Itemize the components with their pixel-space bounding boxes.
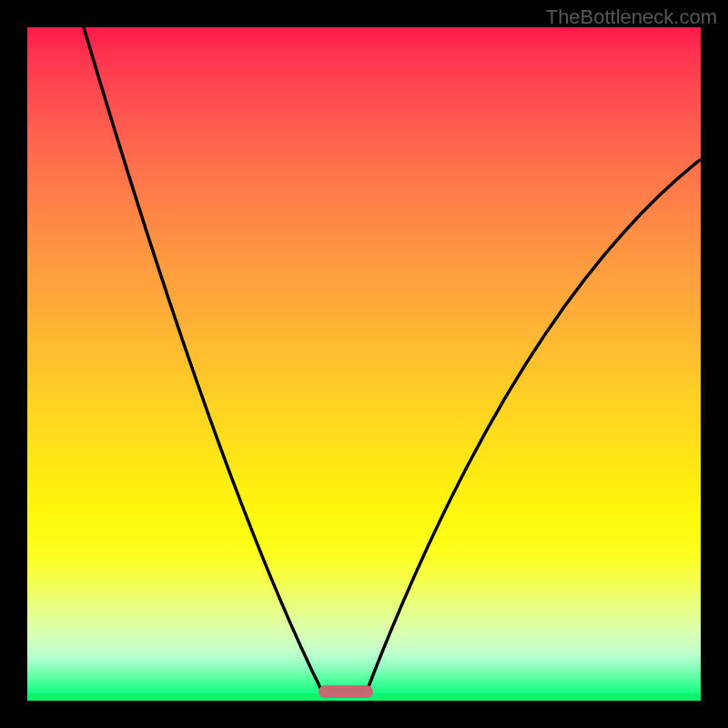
- right-curve: [366, 159, 701, 693]
- watermark-text: TheBottleneck.com: [546, 5, 717, 29]
- left-curve: [84, 27, 323, 693]
- bottleneck-marker: [318, 685, 373, 698]
- outer-frame: TheBottleneck.com: [0, 0, 728, 728]
- plot-area: [27, 27, 701, 701]
- chart-curves: [27, 27, 701, 701]
